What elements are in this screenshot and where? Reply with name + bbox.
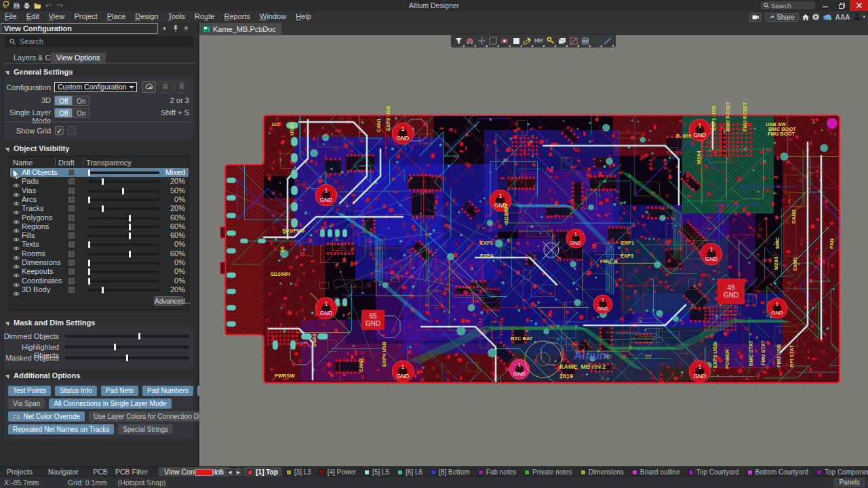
- menu-reports[interactable]: Reports: [219, 11, 255, 22]
- layer-tab-bottom-courtyard[interactable]: Bottom Courtyard: [743, 467, 812, 477]
- menu-design[interactable]: Design: [130, 11, 163, 22]
- slider-handle[interactable]: [88, 241, 90, 248]
- menu-project[interactable]: Project: [69, 11, 102, 22]
- layer-tab-top-component-center[interactable]: Top Component Center: [812, 467, 868, 477]
- option-net-color-override[interactable]: F5Net Color Override: [8, 411, 85, 422]
- region-tool-button[interactable]: [568, 36, 578, 46]
- draft-checkbox[interactable]: [68, 241, 75, 247]
- slider-handle[interactable]: [122, 188, 124, 195]
- grid-color-box[interactable]: [67, 126, 76, 135]
- transparency-slider[interactable]: [88, 180, 159, 183]
- menu-file[interactable]: File: [0, 11, 22, 22]
- slider-handle[interactable]: [129, 232, 131, 239]
- object-row-3d-body[interactable]: 3D Body20%: [10, 285, 189, 294]
- visibility-eye-button[interactable]: [13, 287, 20, 299]
- toggle-on-button[interactable]: On: [72, 96, 90, 106]
- transparency-slider[interactable]: [88, 262, 159, 264]
- option-all-connections-in-single-layer-mode[interactable]: All Connections in Single Layer Mode: [49, 399, 171, 409]
- share-button[interactable]: Share: [765, 13, 799, 22]
- line-tool-button[interactable]: [603, 36, 613, 46]
- text-string-tool-button[interactable]: [591, 36, 601, 46]
- toggle-on-button[interactable]: On: [72, 108, 90, 118]
- slider-handle[interactable]: [102, 287, 104, 293]
- transparency-slider[interactable]: [88, 199, 159, 201]
- current-layer-swatch[interactable]: [195, 469, 213, 476]
- object-row-vias[interactable]: Vias50%: [10, 186, 189, 195]
- section-mask-and-dim[interactable]: Mask and Dim Settings: [5, 319, 95, 327]
- document-tab[interactable]: Kame_MB.PcbDoc: [199, 23, 281, 35]
- object-row-tracks[interactable]: Tracks20%: [10, 204, 189, 213]
- menu-window[interactable]: Window: [255, 11, 291, 22]
- layer-tab--4-power[interactable]: [4] Power: [315, 467, 360, 477]
- transparency-slider[interactable]: [88, 280, 159, 283]
- menu-edit[interactable]: Edit: [22, 11, 44, 22]
- layer-tab--6-l6[interactable]: [6] L6: [393, 467, 427, 477]
- option-pad-numbers[interactable]: Pad Numbers: [142, 386, 193, 396]
- slider-handle[interactable]: [102, 178, 104, 185]
- transparency-slider[interactable]: [88, 253, 159, 256]
- layer-tab-fab-notes[interactable]: Fab notes: [474, 467, 520, 477]
- panel-header[interactable]: View Configuration: [1, 23, 158, 34]
- transparency-slider[interactable]: [88, 226, 159, 228]
- slider-handle[interactable]: [88, 197, 90, 203]
- transparency-slider[interactable]: [88, 171, 159, 174]
- transparency-slider[interactable]: [88, 270, 159, 273]
- pad-tool-button[interactable]: [500, 36, 510, 46]
- transparency-slider[interactable]: [88, 289, 159, 291]
- option-via-span[interactable]: Via Span: [8, 399, 45, 409]
- user-avatar[interactable]: ▾: [853, 13, 865, 21]
- object-row-keepouts[interactable]: Keepouts0%: [10, 267, 189, 276]
- panel-close-button[interactable]: ✕: [182, 24, 191, 33]
- layer-tab-dimensions[interactable]: Dimensions: [576, 467, 628, 477]
- select-area-tool-button[interactable]: [488, 36, 498, 46]
- transparency-slider[interactable]: [88, 235, 159, 237]
- configuration-select[interactable]: Custom Configuration: [54, 82, 137, 92]
- slider-handle[interactable]: [88, 169, 90, 176]
- option-status-info[interactable]: Status Info: [55, 386, 97, 396]
- column-header-name[interactable]: Name: [13, 159, 33, 167]
- slider-handle[interactable]: [88, 278, 90, 285]
- slider-handle[interactable]: [138, 333, 140, 340]
- section-general-settings[interactable]: General Settings: [5, 68, 73, 76]
- draft-checkbox[interactable]: [68, 215, 75, 221]
- option-test-points[interactable]: Test Points: [8, 386, 51, 396]
- object-row-fills[interactable]: Fills60%: [10, 231, 189, 240]
- section-object-visibility[interactable]: Object Visibility: [5, 144, 69, 152]
- bottom-tab-projects[interactable]: Projects: [1, 467, 38, 477]
- column-header-transparency[interactable]: Transparency: [86, 159, 132, 167]
- transparency-slider[interactable]: [88, 207, 159, 210]
- menu-place[interactable]: Place: [102, 11, 131, 22]
- titlebar-search[interactable]: Search: [761, 1, 815, 9]
- pcb-editor-canvas[interactable]: 1GND1GND1GND1GND1GND1GND1GND1GND1GND1GND…: [199, 35, 868, 466]
- toggle-off-button[interactable]: Off: [54, 108, 72, 118]
- object-row-pads[interactable]: Pads20%: [10, 177, 189, 186]
- minimize-button[interactable]: [818, 0, 833, 11]
- option-special-strings[interactable]: Special Strings: [118, 424, 173, 434]
- polygon-tool-button[interactable]: [557, 36, 567, 46]
- draft-checkbox[interactable]: [68, 232, 75, 239]
- layer-tab--3-l3[interactable]: [3] L3: [282, 467, 315, 477]
- draft-checkbox[interactable]: [68, 268, 75, 274]
- toggle-off-button[interactable]: Off: [54, 96, 72, 106]
- menu-view[interactable]: View: [44, 11, 70, 22]
- slider-handle[interactable]: [88, 268, 90, 275]
- column-header-draft[interactable]: Draft: [58, 159, 75, 167]
- object-row-coordinates[interactable]: Coordinates0%: [10, 277, 189, 285]
- panel-pin-button[interactable]: [171, 24, 180, 33]
- menu-route[interactable]: Route: [190, 11, 219, 22]
- option-repeated-net-names-on-tracks[interactable]: Repeated Net Names on Tracks: [8, 424, 114, 434]
- object-row-dimensions[interactable]: Dimensions0%: [10, 258, 189, 267]
- layer-tab--1-top[interactable]: [1] Top: [243, 467, 282, 477]
- slider-handle[interactable]: [129, 224, 131, 230]
- show-grid-checkbox[interactable]: ✓: [55, 126, 64, 135]
- panels-button[interactable]: Panels: [834, 478, 865, 487]
- snap-magnet-tool-button[interactable]: [465, 36, 475, 46]
- draft-checkbox[interactable]: [68, 205, 75, 211]
- layer-tab--5-l5[interactable]: [5] L5: [360, 467, 393, 477]
- draft-checkbox[interactable]: [68, 197, 75, 203]
- object-row-all-objects[interactable]: All ObjectsMixed: [10, 168, 189, 177]
- slider-handle[interactable]: [102, 205, 104, 212]
- object-row-arcs[interactable]: Arcs0%: [10, 195, 189, 204]
- object-row-polygons[interactable]: Polygons60%: [10, 214, 189, 222]
- slider-handle[interactable]: [114, 344, 116, 350]
